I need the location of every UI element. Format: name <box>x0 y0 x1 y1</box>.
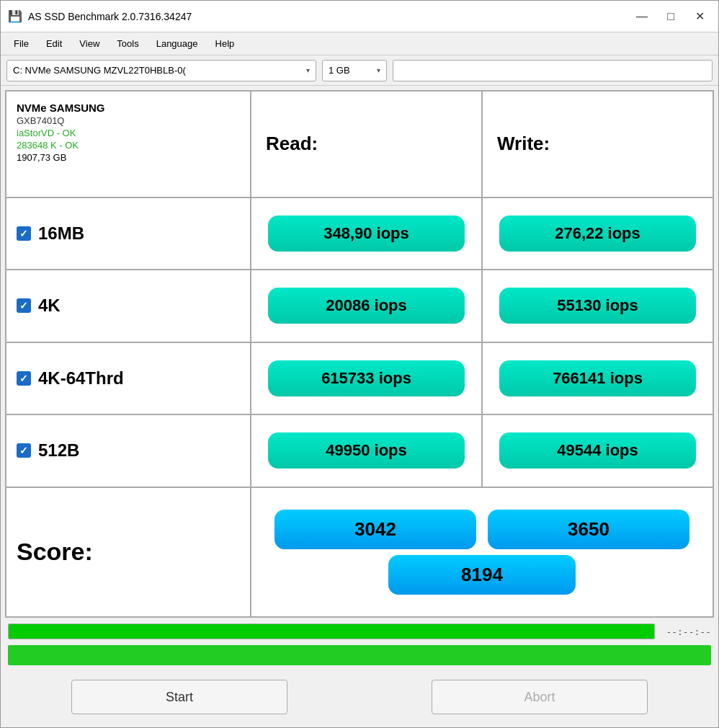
read-16mb-value: 348,90 iops <box>268 216 465 252</box>
device-info: NVMe SAMSUNG GXB7401Q iaStorVD - OK 2836… <box>6 91 251 197</box>
write-header: Write: <box>482 91 713 197</box>
size-dropdown-arrow: ▾ <box>377 66 380 74</box>
score-top-row: 3042 3650 <box>262 510 702 549</box>
score-total: 8194 <box>388 555 576 595</box>
read-4k64: 615733 iops <box>251 342 482 415</box>
read-512b-value: 49950 iops <box>268 432 465 469</box>
read-4k64-value: 615733 iops <box>268 360 465 396</box>
drive-label: C: NVMe SAMSUNG MZVL22T0HBLB-0( <box>13 65 186 76</box>
write-512b-value: 49544 iops <box>499 432 696 469</box>
score-read: 3042 <box>274 510 476 549</box>
row-512b-label: ✓ 512B <box>6 414 251 487</box>
device-name: NVMe SAMSUNG <box>17 102 240 114</box>
progress-area: --:--:-- <box>5 621 714 642</box>
window-controls: — □ ✕ <box>630 7 711 26</box>
toolbar-extra <box>393 60 713 81</box>
checkbox-16mb[interactable]: ✓ <box>17 226 31 241</box>
write-4k: 55130 iops <box>482 270 713 342</box>
score-write: 3650 <box>488 510 689 549</box>
menu-file[interactable]: File <box>6 36 36 51</box>
row-4k-label: ✓ 4K <box>6 270 251 342</box>
label-16mb: 16MB <box>38 223 84 244</box>
label-4k64: 4K-64Thrd <box>38 368 124 389</box>
read-header: Read: <box>251 91 482 197</box>
read-16mb: 348,90 iops <box>251 197 482 270</box>
checkbox-512b[interactable]: ✓ <box>17 443 31 458</box>
label-512b: 512B <box>38 440 79 461</box>
size-label: 1 GB <box>329 65 350 76</box>
drive-dropdown[interactable]: C: NVMe SAMSUNG MZVL22T0HBLB-0( ▾ <box>6 60 316 81</box>
read-4k-value: 20086 iops <box>268 288 465 324</box>
maximize-button[interactable]: □ <box>659 7 682 26</box>
row-4k64-label: ✓ 4K-64Thrd <box>6 342 251 415</box>
main-content: NVMe SAMSUNG GXB7401Q iaStorVD - OK 2836… <box>1 86 718 670</box>
minimize-button[interactable]: — <box>630 7 653 26</box>
abort-button[interactable]: Abort <box>432 680 648 714</box>
read-512b: 49950 iops <box>251 414 482 487</box>
green-bar-row <box>5 645 714 665</box>
window-title: AS SSD Benchmark 2.0.7316.34247 <box>28 11 630 22</box>
title-bar: 💾 AS SSD Benchmark 2.0.7316.34247 — □ ✕ <box>1 1 718 32</box>
menu-tools[interactable]: Tools <box>110 36 146 51</box>
progress-bar-background <box>8 623 655 639</box>
device-status1: iaStorVD - OK <box>17 128 240 138</box>
size-dropdown[interactable]: 1 GB ▾ <box>322 60 387 81</box>
progress-bar-fill <box>9 624 654 639</box>
write-16mb-value: 276,22 iops <box>499 216 696 252</box>
read-4k: 20086 iops <box>251 270 482 342</box>
score-label-cell: Score: <box>6 487 251 618</box>
write-16mb: 276,22 iops <box>482 197 713 270</box>
menu-bar: File Edit View Tools Language Help <box>1 32 718 56</box>
menu-language[interactable]: Language <box>149 36 205 51</box>
progress-time: --:--:-- <box>661 626 711 637</box>
score-section: 3042 3650 8194 <box>251 487 713 618</box>
app-icon: 💾 <box>8 9 22 24</box>
write-4k64-value: 766141 iops <box>499 360 696 396</box>
drive-dropdown-arrow: ▾ <box>306 66 310 74</box>
checkbox-4k[interactable]: ✓ <box>17 298 31 313</box>
button-row: Start Abort <box>1 670 718 727</box>
green-status-bar <box>8 645 711 665</box>
row-16mb-label: ✓ 16MB <box>6 197 251 270</box>
score-label: Score: <box>17 538 93 566</box>
benchmark-table: NVMe SAMSUNG GXB7401Q iaStorVD - OK 2836… <box>5 90 714 618</box>
device-id: GXB7401Q <box>17 115 240 126</box>
write-512b: 49544 iops <box>482 414 713 487</box>
toolbar: C: NVMe SAMSUNG MZVL22T0HBLB-0( ▾ 1 GB ▾ <box>1 56 718 86</box>
write-4k-value: 55130 iops <box>499 288 696 324</box>
device-size: 1907,73 GB <box>17 152 240 163</box>
label-4k: 4K <box>38 296 61 316</box>
menu-edit[interactable]: Edit <box>39 36 69 51</box>
start-button[interactable]: Start <box>71 680 287 714</box>
menu-view[interactable]: View <box>72 36 107 51</box>
menu-help[interactable]: Help <box>208 36 242 51</box>
write-4k64: 766141 iops <box>482 342 713 415</box>
checkbox-4k64[interactable]: ✓ <box>17 371 31 386</box>
device-status2: 283648 K - OK <box>17 140 240 151</box>
close-button[interactable]: ✕ <box>688 7 711 26</box>
main-window: 💾 AS SSD Benchmark 2.0.7316.34247 — □ ✕ … <box>0 0 719 728</box>
